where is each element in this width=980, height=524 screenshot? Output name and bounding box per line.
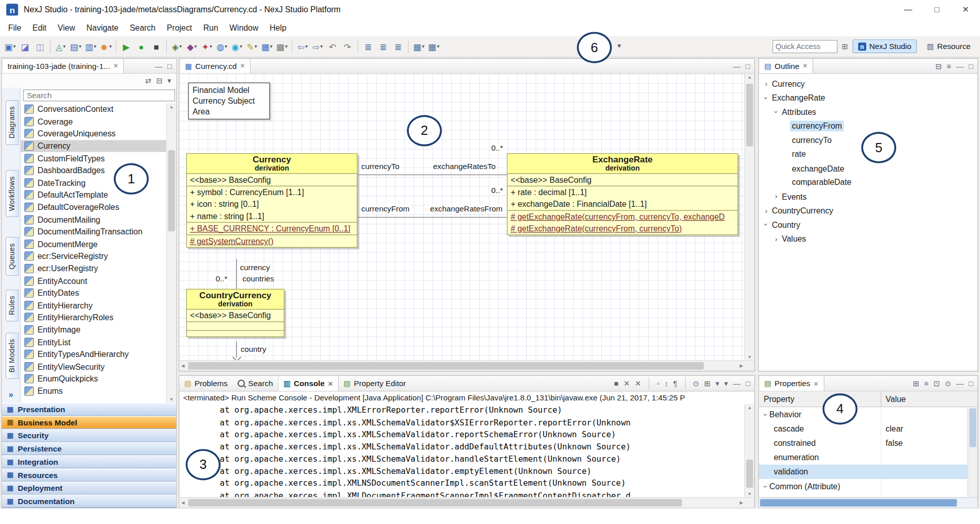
layer-documentation[interactable]: ▦Documentation bbox=[2, 495, 177, 508]
clear-console-icon[interactable]: ▫ bbox=[657, 379, 659, 387]
side-tab-diagrams[interactable]: Diagrams bbox=[5, 100, 18, 145]
expand-arrow-icon[interactable]: › bbox=[763, 80, 770, 88]
debug-config-button[interactable]: ◈▾ bbox=[170, 39, 184, 54]
close-icon[interactable]: ✕ bbox=[813, 380, 818, 387]
remove-launch-icon[interactable]: ✕ bbox=[624, 379, 630, 387]
outline-node-comparabledate[interactable]: comparableDate bbox=[759, 175, 978, 189]
upgrade-tool-button[interactable]: ▥▾ bbox=[84, 39, 97, 54]
scroll-right-icon[interactable]: ▶ bbox=[740, 498, 743, 508]
list-item-entitytypesandhierarchy[interactable]: EntityTypesAndHierarchy bbox=[20, 348, 166, 361]
list-item-documentmerge[interactable]: DocumentMerge bbox=[20, 238, 166, 250]
resume-button[interactable]: ● bbox=[134, 39, 148, 54]
layer-security[interactable]: ▦Security bbox=[2, 429, 177, 442]
tab-console[interactable]: ▥Console✕ bbox=[278, 376, 339, 391]
outline-node-attributes[interactable]: ›Attributes bbox=[759, 105, 978, 120]
layer-deployment[interactable]: ▦Deployment bbox=[2, 482, 177, 495]
model-library-button[interactable]: ◬▾ bbox=[54, 39, 67, 54]
remove-all-launches-icon[interactable]: ✕ bbox=[635, 379, 641, 387]
canvas-vertical-scrollbar[interactable]: ▲ ▼ bbox=[744, 74, 754, 360]
list-item-customfieldtypes[interactable]: CustomFieldTypes bbox=[20, 152, 166, 164]
expand-arrow-icon[interactable]: › bbox=[762, 221, 771, 229]
list-item-coverageuniqueness[interactable]: CoverageUniqueness bbox=[20, 128, 166, 140]
menu-file[interactable]: File bbox=[3, 21, 27, 35]
display-selected-console-icon[interactable]: ▾ bbox=[724, 379, 728, 387]
maximize-view-icon[interactable]: □ bbox=[746, 62, 750, 70]
open-console-icon[interactable]: ⊞ bbox=[704, 379, 710, 387]
canvas-horizontal-scrollbar[interactable]: ◀ ▶ bbox=[179, 360, 754, 371]
close-icon[interactable]: ✕ bbox=[328, 380, 333, 387]
list-item-entityhierarchyroles[interactable]: EntityHierarchyRoles bbox=[20, 312, 166, 324]
association-line-country-currency[interactable] bbox=[236, 259, 237, 289]
grid-a-button[interactable]: ▦▾ bbox=[412, 39, 426, 54]
save-all-button[interactable]: ◫ bbox=[33, 39, 47, 54]
property-category-common-attribute[interactable]: ›Common (Attribute) bbox=[759, 479, 978, 493]
scrollbar-thumb[interactable] bbox=[746, 84, 753, 146]
properties-vertical-scrollbar[interactable] bbox=[968, 407, 978, 497]
list-item-coverage[interactable]: Coverage bbox=[20, 115, 166, 128]
list-item-ecr-userregistry[interactable]: ecr:UserRegistry bbox=[20, 263, 166, 275]
side-tab-queues[interactable]: Queues bbox=[5, 237, 18, 276]
menu-window[interactable]: Window bbox=[224, 21, 264, 35]
toolbar-overflow-button[interactable]: ▾ bbox=[618, 42, 621, 50]
layer-persistence[interactable]: ▦Persistence bbox=[2, 442, 177, 456]
sort-icon[interactable]: ≡ bbox=[947, 62, 951, 70]
window-close-button[interactable]: ✕ bbox=[951, 0, 980, 19]
scrollbar-thumb[interactable] bbox=[188, 499, 682, 507]
run-config-button[interactable]: ◆▾ bbox=[185, 39, 199, 54]
side-tab-workflows[interactable]: Workflows bbox=[5, 170, 18, 217]
minimize-view-icon[interactable]: — bbox=[733, 62, 741, 70]
scrollbar-thumb[interactable] bbox=[188, 362, 704, 370]
scrollbar-thumb[interactable] bbox=[969, 409, 976, 447]
hierarchy-b-button[interactable]: ≣ bbox=[376, 39, 390, 54]
close-icon[interactable]: ✕ bbox=[240, 62, 245, 69]
undo-button[interactable]: ↶ bbox=[326, 39, 339, 54]
scheme-console-button[interactable]: ◉▾ bbox=[230, 39, 244, 54]
run-button[interactable]: ▶ bbox=[119, 39, 133, 54]
collapse-all-icon[interactable]: ⊟ bbox=[936, 62, 942, 70]
association-line-exchange-to[interactable] bbox=[356, 175, 507, 175]
menu-run[interactable]: Run bbox=[198, 21, 224, 35]
scrollbar-thumb[interactable] bbox=[746, 460, 753, 488]
list-item-enums[interactable]: Enums bbox=[20, 385, 166, 397]
column-divider[interactable] bbox=[880, 392, 881, 407]
terminate-icon[interactable]: ■ bbox=[614, 379, 619, 387]
pin-icon[interactable]: ⊙ bbox=[945, 379, 951, 387]
outline-tab[interactable]: ▤ Outline ✕ bbox=[759, 59, 814, 73]
menu-edit[interactable]: Edit bbox=[27, 21, 52, 35]
hierarchy-c-button[interactable]: ≣ bbox=[391, 39, 405, 54]
close-icon[interactable]: ✕ bbox=[113, 62, 118, 69]
menu-view[interactable]: View bbox=[52, 21, 81, 35]
scroll-up-icon[interactable]: ▲ bbox=[167, 104, 176, 109]
uml-class-country-currency[interactable]: CountryCurrency derivation <<base>> Base… bbox=[186, 289, 284, 337]
editor-tab-currency-cd[interactable]: ▦ Currency.cd ✕ bbox=[179, 59, 251, 73]
show-categories-icon[interactable]: ⊞ bbox=[913, 379, 919, 387]
minimize-view-icon[interactable]: — bbox=[956, 379, 964, 387]
explorer-tab[interactable]: training-103-jade (training-1... ✕ bbox=[2, 59, 124, 73]
list-item-defaultcoverageroles[interactable]: DefaultCoverageRoles bbox=[20, 201, 166, 213]
close-icon[interactable]: ✕ bbox=[802, 62, 807, 69]
list-item-entitylist[interactable]: EntityList bbox=[20, 336, 166, 348]
list-item-entityimage[interactable]: EntityImage bbox=[20, 324, 166, 336]
scroll-right-icon[interactable]: ▶ bbox=[740, 361, 743, 371]
diagram-canvas[interactable]: Financial ModelCurrency SubjectArea curr… bbox=[179, 74, 754, 360]
outline-node-currencyfrom[interactable]: currencyFrom bbox=[759, 119, 978, 133]
redo-button[interactable]: ↷ bbox=[340, 39, 354, 54]
pin-console-icon[interactable]: ⊙ bbox=[693, 379, 699, 387]
outline-node-values[interactable]: ›Values bbox=[759, 232, 978, 246]
explorer-scrollbar[interactable]: ▲ ▼ bbox=[166, 103, 177, 403]
list-item-enumquickpicks[interactable]: EnumQuickpicks bbox=[20, 373, 166, 385]
list-item-entityhierarchy[interactable]: EntityHierarchy bbox=[20, 299, 166, 312]
show-advanced-icon[interactable]: ≡ bbox=[924, 379, 929, 387]
minimize-view-icon[interactable]: — bbox=[956, 62, 964, 70]
scroll-up-icon[interactable]: ▲ bbox=[745, 75, 754, 80]
menu-search[interactable]: Search bbox=[124, 21, 161, 35]
charts-button[interactable]: ▦▾ bbox=[260, 39, 274, 54]
minimize-view-icon[interactable]: — bbox=[733, 379, 741, 387]
menu-navigate[interactable]: Navigate bbox=[81, 21, 124, 35]
expand-arrow-icon[interactable]: › bbox=[772, 234, 780, 243]
scroll-lock-icon[interactable]: ↕ bbox=[665, 379, 668, 387]
external-tools-button[interactable]: ✦▾ bbox=[200, 39, 214, 54]
list-item-documentmailing[interactable]: DocumentMailing bbox=[20, 213, 166, 226]
property-row-enumeration[interactable]: enumeration bbox=[759, 450, 978, 465]
scrollbar-thumb[interactable] bbox=[760, 499, 957, 507]
